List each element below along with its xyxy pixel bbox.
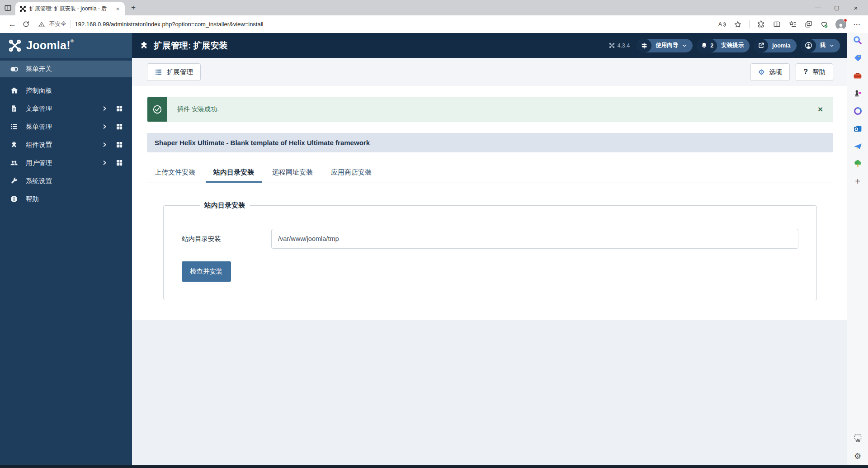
preview-site-button[interactable]: joomla [754, 39, 796, 52]
sidebar-item-label: 用户管理 [26, 159, 52, 167]
shopping-icon[interactable] [852, 52, 863, 63]
new-tab-button[interactable]: + [131, 3, 136, 12]
admin-sidebar: 菜单开关 控制面板 文章管理 [0, 58, 132, 468]
user-menu-button[interactable]: 我 [801, 39, 840, 52]
sidebar-item-users[interactable]: 用户管理 [0, 154, 132, 172]
list-icon [9, 123, 19, 131]
chevron-down-icon [830, 43, 834, 48]
back-icon[interactable]: ← [5, 19, 19, 29]
puzzle-icon [9, 141, 19, 149]
tab-install-from-url[interactable]: 远程网址安装 [264, 163, 321, 183]
chevron-right-icon[interactable] [102, 124, 107, 129]
manage-extensions-label: 扩展管理 [167, 68, 193, 76]
chevron-right-icon[interactable] [102, 106, 107, 111]
tab-actions-icon[interactable] [0, 2, 15, 14]
search-icon[interactable] [852, 35, 863, 46]
sidebar-item-system[interactable]: 系统设置 [0, 172, 132, 190]
tab-install-from-folder[interactable]: 站内目录安装 [206, 163, 262, 183]
browser-tab[interactable]: 扩展管理: 扩展安装 - joomla - 后 × [15, 2, 125, 15]
notification-count: 2 [710, 43, 713, 49]
help-button[interactable]: ? 帮助 [796, 63, 833, 81]
alert-close-icon[interactable]: × [808, 97, 833, 122]
add-icon[interactable]: + [852, 176, 863, 187]
address-bar[interactable]: 不安全 192.168.0.99/administrator/index.php… [38, 20, 712, 28]
browser-essentials-icon[interactable] [820, 20, 829, 29]
read-aloud-icon[interactable]: A [717, 20, 726, 29]
sidebar-item-label: 文章管理 [26, 104, 52, 113]
refresh-icon[interactable] [19, 20, 33, 28]
tab-upload-package[interactable]: 上传文件安装 [147, 163, 203, 183]
main-content: 扩展管理 ⚙ 选项 ? 帮助 [132, 58, 847, 468]
options-button[interactable]: ⚙ 选项 [750, 63, 790, 81]
profile-avatar[interactable] [835, 19, 846, 30]
split-screen-icon[interactable] [772, 20, 781, 29]
dashboard-grid-icon[interactable] [116, 105, 123, 112]
user-icon [801, 39, 816, 52]
sidebar-item-label: 菜单管理 [26, 123, 52, 131]
tab-title: 扩展管理: 扩展安装 - joomla - 后 [29, 5, 111, 13]
page-title: 扩展管理: 扩展安装 [132, 40, 228, 52]
url-text[interactable]: 192.168.0.99/administrator/index.php?opt… [75, 21, 264, 28]
chevron-down-icon [682, 43, 687, 48]
check-and-install-button[interactable]: 检查并安装 [182, 261, 231, 282]
help-label: 帮助 [812, 68, 826, 76]
wrench-icon [9, 177, 19, 185]
gear-icon: ⚙ [758, 68, 764, 76]
address-divider [71, 20, 71, 28]
edge-sidebar-bottom: ⚙ [852, 432, 863, 462]
tab-close-icon[interactable]: × [114, 5, 121, 12]
bell-icon [701, 42, 708, 49]
games-icon[interactable] [852, 88, 863, 99]
favorites-bar-icon[interactable] [788, 20, 797, 29]
options-label: 选项 [769, 68, 782, 76]
screenshot-icon[interactable] [852, 432, 863, 443]
browser-toolbar-icons: A ⋯ [717, 19, 861, 30]
chevron-right-icon[interactable] [102, 160, 107, 165]
site-name-label: joomla [772, 43, 790, 49]
notification-dot [844, 19, 847, 22]
toggle-icon [9, 65, 19, 74]
sidebar-item-content[interactable]: 文章管理 [0, 99, 132, 118]
guided-tour-label: 使用向导 [656, 42, 678, 49]
dashboard-grid-icon[interactable] [116, 123, 123, 130]
security-label[interactable]: 不安全 [49, 20, 66, 28]
joomla-admin-page: Joomla!® 扩展管理: 扩展安装 4.3.4 使用向导 [0, 33, 847, 468]
m365-icon[interactable] [852, 105, 863, 116]
admin-body: 菜单开关 控制面板 文章管理 [0, 58, 847, 468]
sidebar-item-dashboard[interactable]: 控制面板 [0, 81, 132, 99]
more-menu-icon[interactable]: ⋯ [853, 20, 861, 28]
dashboard-grid-icon[interactable] [116, 159, 123, 166]
sidebar-item-menus[interactable]: 菜单管理 [0, 118, 132, 136]
joomla-logo[interactable]: Joomla!® [0, 33, 132, 58]
maximize-icon[interactable]: ▢ [827, 5, 846, 11]
manage-extensions-button[interactable]: 扩展管理 [147, 63, 201, 81]
extensions-icon[interactable] [756, 20, 765, 29]
collections-icon[interactable] [804, 20, 813, 29]
drop-icon[interactable] [852, 141, 863, 151]
chevron-right-icon[interactable] [102, 142, 107, 147]
post-installation-messages-button[interactable]: 2 安装提示 [697, 39, 750, 52]
minimize-icon[interactable]: — [808, 5, 827, 11]
warning-icon [38, 21, 45, 28]
sidebar-item-label: 系统设置 [26, 177, 52, 185]
outlook-icon[interactable] [852, 123, 863, 134]
tree-icon[interactable] [852, 158, 863, 169]
sidebar-item-help[interactable]: 帮助 [0, 190, 132, 208]
dashboard-grid-icon[interactable] [116, 141, 123, 148]
puzzle-icon [139, 41, 149, 50]
favorite-star-icon[interactable] [733, 20, 742, 29]
sidebar-item-components[interactable]: 组件设置 [0, 136, 132, 154]
toolbox-icon[interactable] [852, 70, 863, 81]
tab-install-from-web[interactable]: 应用商店安装 [323, 163, 379, 183]
close-window-icon[interactable]: × [846, 4, 865, 12]
folder-field-label: 站内目录安装 [182, 235, 271, 243]
joomla-mark-icon [609, 43, 615, 48]
install-folder-input[interactable] [271, 229, 798, 249]
sidebar-item-menu-toggle[interactable]: 菜单开关 [0, 61, 132, 77]
guided-tour-button[interactable]: 使用向导 [637, 39, 693, 52]
users-icon [9, 159, 19, 167]
svg-text:A: A [718, 21, 722, 28]
sidebar-item-label: 菜单开关 [26, 65, 52, 73]
info-icon [9, 195, 19, 203]
settings-gear-icon[interactable]: ⚙ [852, 451, 863, 462]
